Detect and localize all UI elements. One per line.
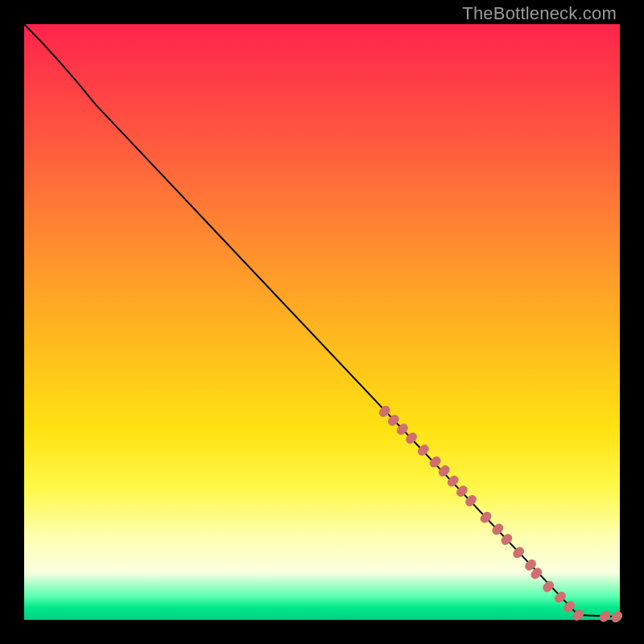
data-point — [446, 473, 460, 488]
data-point — [597, 609, 612, 623]
data-point — [437, 464, 452, 478]
bottleneck-curve — [24, 24, 620, 617]
plot-area — [24, 24, 620, 620]
watermark-text: TheBottleneck.com — [462, 3, 617, 24]
data-point — [541, 579, 555, 593]
chart-svg — [24, 24, 620, 620]
data-point — [609, 609, 624, 624]
data-point — [427, 455, 442, 469]
chart-frame: TheBottleneck.com — [0, 0, 644, 644]
data-points-group — [378, 404, 625, 625]
